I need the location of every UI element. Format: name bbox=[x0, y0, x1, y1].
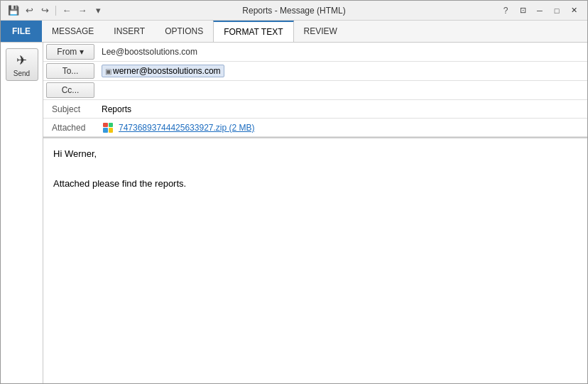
tab-file[interactable]: FILE bbox=[1, 21, 42, 42]
tab-format-text[interactable]: FORMAT TEXT bbox=[213, 21, 293, 42]
to-button[interactable]: To... bbox=[46, 63, 94, 79]
recipient-tag[interactable]: ▣ werner@boostsolutions.com bbox=[102, 65, 224, 77]
to-field[interactable]: ▣ werner@boostsolutions.com bbox=[97, 63, 587, 79]
email-body[interactable]: Hi Werner, Attached please find the repo… bbox=[43, 138, 587, 383]
window-controls: ? ⊡ ─ □ ✕ bbox=[498, 4, 582, 18]
attached-row: Attached 74736893744425633927.zip (2 MB) bbox=[43, 119, 587, 137]
attached-label: Attached bbox=[46, 121, 94, 135]
cc-button[interactable]: Cc... bbox=[46, 82, 94, 98]
to-row: To... ▣ werner@boostsolutions.com bbox=[43, 62, 587, 81]
tab-review[interactable]: REVIEW bbox=[294, 21, 347, 42]
window-title: Reports - Message (HTML) bbox=[242, 6, 345, 16]
attachment-container: 74736893744425633927.zip (2 MB) bbox=[97, 120, 260, 136]
cc-row: Cc... bbox=[43, 81, 587, 100]
to-input[interactable] bbox=[226, 65, 584, 77]
from-row: From ▾ Lee@boostsolutions.com bbox=[43, 43, 587, 62]
body-line1: Hi Werner, bbox=[53, 147, 577, 162]
email-fields: From ▾ Lee@boostsolutions.com To... ▣ we… bbox=[43, 43, 587, 138]
subject-row: Subject bbox=[43, 100, 587, 119]
save-icon[interactable]: 💾 bbox=[6, 4, 21, 18]
more-icon[interactable]: ▾ bbox=[91, 4, 105, 18]
cc-input[interactable] bbox=[97, 84, 587, 97]
from-value: Lee@boostsolutions.com bbox=[97, 45, 202, 59]
recipient-icon: ▣ bbox=[105, 67, 111, 75]
from-button[interactable]: From ▾ bbox=[46, 44, 94, 60]
attachment-link[interactable]: 74736893744425633927.zip (2 MB) bbox=[100, 121, 257, 134]
tab-options[interactable]: OPTIONS bbox=[155, 21, 213, 42]
help-button[interactable]: ? bbox=[498, 4, 513, 18]
title-bar: 💾 ↩ ↪ ← → ▾ Reports - Message (HTML) ? ⊡… bbox=[1, 1, 587, 21]
quick-access-toolbar: 💾 ↩ ↪ ← → ▾ bbox=[6, 4, 105, 18]
subject-label: Subject bbox=[46, 102, 94, 116]
tab-insert[interactable]: INSERT bbox=[104, 21, 155, 42]
ribbon: FILE MESSAGE INSERT OPTIONS FORMAT TEXT … bbox=[1, 21, 587, 43]
forward-icon[interactable]: → bbox=[75, 4, 89, 18]
minimize-button[interactable]: ─ bbox=[532, 4, 548, 18]
undo-icon[interactable]: ↩ bbox=[22, 4, 36, 18]
email-compose-area: ✈ Send From ▾ Lee@boostsolutions.com bbox=[1, 43, 587, 383]
app-window: 💾 ↩ ↪ ← → ▾ Reports - Message (HTML) ? ⊡… bbox=[0, 0, 588, 384]
compose-main: From ▾ Lee@boostsolutions.com To... ▣ we… bbox=[43, 43, 587, 383]
send-button[interactable]: ✈ Send bbox=[6, 48, 38, 81]
toolbar-separator bbox=[55, 6, 56, 16]
subject-input[interactable] bbox=[97, 103, 587, 116]
body-line2: Attached please find the reports. bbox=[53, 177, 577, 192]
maximize-button[interactable]: □ bbox=[549, 4, 565, 18]
redo-icon[interactable]: ↪ bbox=[38, 4, 52, 18]
close-button[interactable]: ✕ bbox=[566, 4, 582, 18]
zip-icon bbox=[103, 123, 113, 133]
tab-message[interactable]: MESSAGE bbox=[42, 21, 104, 42]
ribbon-tabs: FILE MESSAGE INSERT OPTIONS FORMAT TEXT … bbox=[1, 21, 587, 42]
send-icon: ✈ bbox=[16, 53, 27, 68]
send-panel: ✈ Send bbox=[1, 43, 43, 383]
back-icon[interactable]: ← bbox=[60, 4, 74, 18]
restore-button[interactable]: ⊡ bbox=[515, 4, 530, 18]
